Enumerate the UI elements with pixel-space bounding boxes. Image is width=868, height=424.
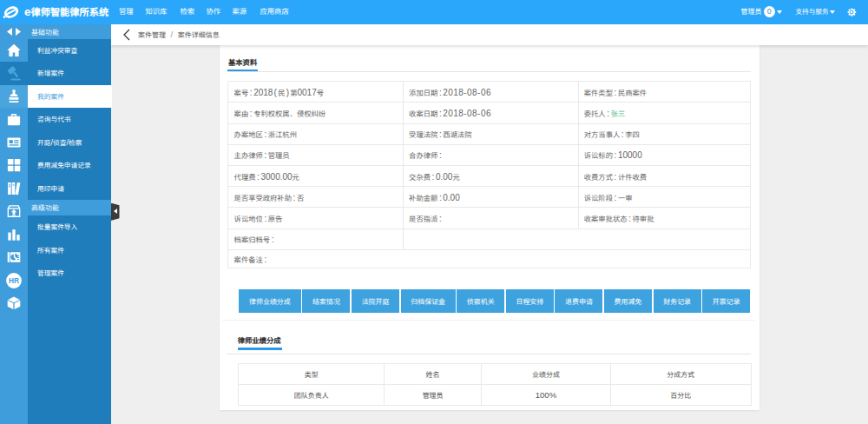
svg-text:HR: HR xyxy=(9,276,20,285)
